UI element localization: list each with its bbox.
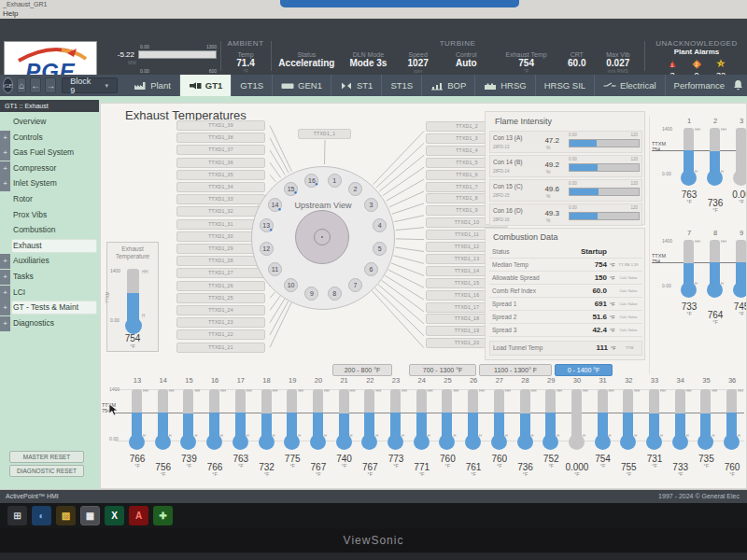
expand-plus-icon[interactable]: + (0, 316, 10, 331)
acrobat-icon[interactable]: A (129, 506, 148, 525)
sidebar-item-combustion[interactable]: Combustion (0, 223, 99, 238)
sidebar-item-exhaust[interactable]: Exhaust (0, 239, 99, 254)
gauge-bar (138, 50, 217, 59)
range-button-2[interactable]: 700 - 1300 °F (409, 364, 476, 376)
combustion-tag: TTIB (615, 345, 643, 350)
block-selector[interactable]: Block 9 ▼ (62, 77, 118, 93)
thermometer-tube (313, 389, 323, 441)
browser-icon[interactable]: ◐ (32, 506, 51, 525)
range-button-1[interactable]: 200 - 800 °F (332, 364, 392, 376)
back-button[interactable]: ← (30, 77, 41, 93)
sidebar-item-label: Tasks (13, 272, 34, 281)
gauge-max-label: 600 (209, 68, 217, 74)
flame-row-4: Con 16 (D)28FD-1649.3%0.00120 (489, 203, 642, 226)
hmi-window-icon[interactable]: ▦ (80, 506, 100, 525)
hh-setpoint-label: HH (298, 388, 303, 393)
field-value: 1027 (396, 58, 440, 68)
expand-plus-icon[interactable]: + (0, 254, 10, 269)
field-unit (440, 68, 492, 74)
sidebar-item-lci[interactable]: +LCI (0, 286, 99, 301)
combustion-value: 691 (564, 300, 607, 308)
hh-setpoint-label: HH (686, 388, 692, 393)
field-label: Max Vib (594, 51, 642, 58)
tab-st1[interactable]: ST1 (331, 75, 381, 96)
thermometer-tube (287, 389, 297, 441)
tab-bop[interactable]: BOP (421, 75, 474, 96)
thermometer-bulb (733, 282, 747, 298)
diagnostic-reset-button[interactable]: DIAGNOSTIC RESET (9, 465, 84, 477)
field-label: Status (273, 51, 341, 58)
forward-button[interactable]: → (45, 77, 56, 93)
sidebar-item-prox-vibs[interactable]: Prox Vibs (0, 208, 99, 223)
expand-plus-icon[interactable]: + (0, 161, 10, 176)
expand-plus-icon[interactable]: + (0, 146, 10, 161)
hh-setpoint-label: HH (453, 388, 458, 393)
flame-intensity-fill (570, 164, 598, 171)
gauge-max-label: 1300 (206, 44, 217, 49)
group-scale-min: 0.00 (662, 283, 671, 288)
tab-gt1s[interactable]: GT1S (231, 75, 272, 96)
tab-label: GT1 (205, 80, 222, 91)
toolbox-icon[interactable]: ✚ (153, 506, 173, 525)
bell-icon[interactable] (733, 77, 743, 94)
tab-hrsg[interactable]: HRSG (474, 75, 534, 96)
combustion-tag: TT-XM-1,39 (614, 262, 642, 267)
expand-plus-icon[interactable]: + (0, 286, 10, 301)
ge-logo-icon[interactable]: GE (3, 77, 13, 93)
wheel-position-6: 6 (364, 262, 378, 276)
wheel-position-7: 7 (348, 278, 362, 292)
tab-gen1[interactable]: GEN1 (272, 75, 331, 96)
thermometer-tube (675, 389, 685, 441)
hh-setpoint-label: HH (324, 388, 330, 393)
header-gauge: -5.22MW0.001300 (105, 43, 218, 63)
expand-plus-icon[interactable]: + (0, 301, 10, 315)
sidebar-item-gas-fuel-system[interactable]: +Gas Fuel System (0, 146, 99, 161)
tab-electrical[interactable]: Electrical (594, 75, 665, 96)
tab-st1s[interactable]: ST1S (381, 75, 421, 96)
sidebar-item-overview[interactable]: Overview (0, 115, 99, 130)
field-unit: °F (492, 68, 560, 74)
tab-performance[interactable]: Performance (665, 75, 733, 96)
home-button[interactable]: ⌂ (17, 77, 26, 93)
tab-gt1[interactable]: GT1 (179, 75, 231, 96)
sidebar-item-rotor[interactable]: Rotor (0, 192, 99, 207)
help-menu[interactable]: Help (3, 9, 18, 18)
combustion-value: 42.4 (564, 326, 607, 334)
ttxm-reference-line (652, 262, 747, 263)
sidebar-item-label: Exhaust (13, 241, 42, 250)
sidebar-item-gt-tests-maint[interactable]: +GT - Tests & Maint (0, 301, 99, 315)
folder-icon[interactable]: ▨ (56, 506, 76, 525)
expand-plus-icon[interactable]: + (0, 270, 10, 285)
sidebar-item-compressor[interactable]: +Compressor (0, 161, 99, 176)
thermometer-number: 17 (229, 376, 253, 385)
range-button-4[interactable]: 0 - 1400 °F (555, 364, 613, 376)
header-divider (644, 41, 645, 71)
wheel-position-8: 8 (328, 287, 342, 301)
combustion-row-load-tunnel-temp: Load Tunnel Temp111°FTTIB (489, 341, 642, 356)
thermometer-number: 32 (616, 376, 641, 385)
thermometer-number: 13 (125, 376, 149, 385)
hh-setpoint-label: HH (660, 388, 666, 393)
flame-scale-max: 120 (630, 157, 638, 161)
tab-label: HRSG (500, 80, 526, 91)
task-view-icon[interactable]: ⊞ (7, 506, 27, 525)
wheel-position-11: 11 (268, 262, 282, 276)
range-button-3[interactable]: 1100 - 1300° F (479, 364, 552, 376)
navigation-bar: GE ⌂ ← → Block 9 ▼ PlantGT1GT1SGEN1ST1ST… (0, 75, 747, 96)
sidebar-item-auxiliaries[interactable]: +Auxiliaries (0, 254, 99, 269)
master-reset-button[interactable]: MASTER RESET (9, 451, 84, 463)
sidebar-item-inlet-system[interactable]: +Inlet System (0, 176, 99, 191)
flame-detector-tag: 28FD-13 (493, 145, 510, 149)
h-setpoint-label: H (142, 314, 145, 318)
field-unit: rpm (396, 68, 440, 74)
sidebar-item-diagnostics[interactable]: +Diagnostics (0, 316, 99, 331)
tab-hrsg-sil[interactable]: HRSG SIL (535, 75, 594, 96)
expand-plus-icon[interactable]: + (0, 131, 10, 146)
turbine-field-control: ControlAuto (440, 51, 492, 74)
expand-plus-icon[interactable]: + (0, 176, 10, 191)
sidebar-item-controls[interactable]: +Controls (0, 131, 99, 146)
excel-icon[interactable]: X (105, 506, 124, 525)
sidebar-item-tasks[interactable]: +Tasks (0, 270, 99, 285)
status-bar: ActivePoint™ HMI 1997 - 2024 © General E… (0, 489, 747, 503)
tab-plant[interactable]: Plant (125, 75, 179, 96)
